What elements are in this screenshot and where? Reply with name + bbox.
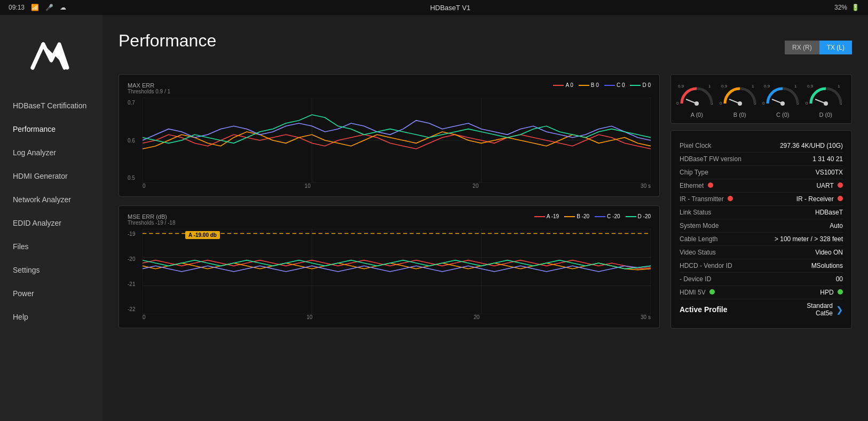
tx-tab-button[interactable]: TX (L) [819, 41, 852, 54]
y-tick-05: 0.5 [128, 175, 143, 181]
info-column: 0.9 1 0 3 A (0) [670, 74, 852, 329]
sidebar-item-help[interactable]: Help [0, 305, 102, 329]
svg-line-32 [772, 99, 783, 104]
rx-tab-button[interactable]: RX (R) [785, 41, 819, 54]
tab-buttons: RX (R) TX (L) [785, 41, 852, 54]
active-profile-arrow[interactable]: ❯ [836, 305, 843, 315]
content-area: Performance RX (R) TX (L) MAX ERR Thresh… [102, 15, 868, 421]
chart1-title: MAX ERR [128, 82, 170, 89]
info-row-cable-length: Cable Length > 100 meter / > 328 feet [680, 233, 843, 246]
hdmi5v-status [709, 289, 715, 295]
info-row-system-mode: System Mode Auto [680, 219, 843, 233]
topbar-time: 09:13 [9, 4, 25, 11]
topbar: 09:13 📶 🎤 ☁ HDBaseT V1 32% 🔋 [0, 0, 868, 15]
svg-text:0: 0 [806, 101, 808, 106]
topbar-right: 32% 🔋 [834, 4, 859, 11]
mse-err-chart-card: MSE ERR (dB) Thresholds -19 / -18 A -19 [119, 205, 660, 328]
y-tick-06: 0.6 [128, 138, 143, 144]
sidebar-item-power[interactable]: Power [0, 282, 102, 305]
gauge-c: 0.9 1 0 3 C (0) [761, 80, 804, 118]
svg-line-26 [729, 99, 740, 104]
chart2-legend-a: A -19 [534, 213, 559, 219]
page-title: Performance [119, 31, 216, 51]
sidebar-item-hdmi-generator[interactable]: HDMI Generator [0, 164, 102, 188]
svg-text:1: 1 [838, 84, 840, 89]
logo-area [0, 15, 102, 90]
cloud-icon: ☁ [60, 4, 66, 11]
sidebar-item-log-analyzer[interactable]: Log Analyzer [0, 141, 102, 164]
svg-text:1: 1 [752, 84, 754, 89]
legend-c-label: C 0 [617, 82, 625, 88]
svg-line-20 [686, 99, 697, 104]
svg-text:0.9: 0.9 [764, 84, 770, 89]
info-row-hdmi5v: HDMI 5V HPD [680, 286, 843, 299]
info-row-chip-type: Chip Type VS100TX [680, 166, 843, 179]
y-tick-07: 0.7 [128, 100, 143, 106]
ethernet-label-status [708, 182, 713, 188]
sidebar-item-settings[interactable]: Settings [0, 258, 102, 282]
info-row-video-status: Video Status Video ON [680, 246, 843, 259]
info-card: Pixel Clock 297.36 4K/UHD (10G) HDBaseT … [670, 130, 852, 329]
info-row-hdcd-vendor: HDCD - Vendor ID MSolutions [680, 259, 843, 273]
svg-text:0.9: 0.9 [678, 84, 684, 89]
mic-icon: 🎤 [45, 4, 53, 11]
ir-rx-status [838, 196, 843, 201]
info-row-fw-version: HDBaseT FW version 1 31 40 21 [680, 153, 843, 166]
chart2-legend-b: B -20 [564, 213, 589, 219]
chart2-area: -19 -20 -21 -22 A -19.00 db [128, 229, 651, 314]
legend-b-label: B 0 [591, 82, 599, 88]
svg-line-38 [815, 99, 826, 104]
info-row-device-id: - Device ID 00 [680, 273, 843, 286]
chart2-title: MSE ERR (dB) [128, 213, 176, 220]
info-row-ethernet: Ethernet UART [680, 179, 843, 193]
legend-a-color [553, 85, 564, 86]
hpd-status [838, 289, 843, 295]
ir-tx-status [728, 196, 733, 201]
legend-a: A 0 [553, 82, 573, 88]
legend-c: C 0 [604, 82, 625, 88]
gauge-a-label: A (0) [691, 112, 703, 118]
sidebar-item-performance[interactable]: Performance [0, 117, 102, 141]
chart2-legend: A -19 B -20 C -20 [534, 213, 651, 219]
gauge-d-svg: 0.9 1 0 3 [804, 80, 847, 109]
chart1-legend: A 0 B 0 C 0 [553, 82, 651, 88]
info-row-link-status: Link Status HDBaseT [680, 206, 843, 219]
wifi-icon: 📶 [31, 4, 39, 11]
gauge-a: 0.9 1 0 3 A (0) [675, 80, 718, 118]
gauge-b-label: B (0) [733, 112, 746, 118]
sidebar: HDBaseT Certification Performance Log An… [0, 15, 102, 421]
chart1-subtitle: Thresholds 0.9 / 1 [128, 89, 170, 94]
legend-d-label: D 0 [642, 82, 651, 88]
sidebar-item-network-analyzer[interactable]: Network Analyzer [0, 188, 102, 211]
sidebar-item-files[interactable]: Files [0, 235, 102, 258]
gauge-c-svg: 0.9 1 0 3 [761, 80, 804, 109]
gauge-d: 0.9 1 0 3 D (0) [804, 80, 847, 118]
chart2-legend-c: C -20 [595, 213, 620, 219]
sidebar-item-hdbaset-certification[interactable]: HDBaseT Certification [0, 94, 102, 117]
battery-icon: 🔋 [851, 4, 859, 11]
chart2-legend-d: D -20 [626, 213, 651, 219]
gauges-row: 0.9 1 0 3 A (0) [670, 74, 852, 124]
sidebar-item-edid-analyzer[interactable]: EDID Analyzer [0, 211, 102, 235]
legend-a-label: A 0 [565, 82, 573, 88]
y-tick-m20: -20 [128, 256, 143, 262]
chart2-svg [143, 229, 651, 314]
chart1-svg [143, 98, 651, 183]
svg-text:0: 0 [676, 101, 679, 106]
app-logo [30, 35, 73, 72]
battery-level: 32% [834, 4, 847, 11]
chart2-x-labels: 0 10 20 30 s [128, 314, 651, 320]
charts-column: MAX ERR Thresholds 0.9 / 1 A 0 [119, 74, 660, 329]
legend-d: D 0 [630, 82, 651, 88]
svg-text:0: 0 [720, 101, 722, 106]
max-err-chart-card: MAX ERR Thresholds 0.9 / 1 A 0 [119, 74, 660, 197]
topbar-left: 09:13 📶 🎤 ☁ [9, 4, 66, 11]
info-row-pixel-clock: Pixel Clock 297.36 4K/UHD (10G) [680, 139, 843, 153]
svg-text:1: 1 [708, 84, 711, 89]
legend-c-color [604, 85, 615, 86]
legend-b: B 0 [579, 82, 599, 88]
gauge-b-svg: 0.9 1 0 3 [719, 80, 761, 109]
info-row-active-profile[interactable]: Active Profile StandardCat5e ❯ [680, 299, 843, 320]
svg-text:0.9: 0.9 [807, 84, 814, 89]
svg-text:0.9: 0.9 [721, 84, 728, 89]
